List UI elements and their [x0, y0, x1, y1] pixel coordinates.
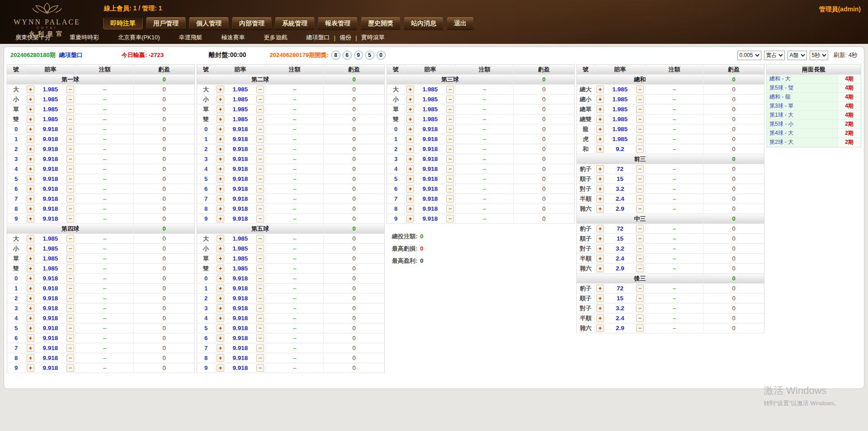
odds-increase-button[interactable]: +: [596, 294, 604, 302]
odds-increase-button[interactable]: +: [27, 145, 34, 153]
dragon-bet-link[interactable]: 第1球 - 大: [767, 111, 837, 119]
odds-decrease-button[interactable]: −: [446, 125, 454, 133]
odds-decrease-button[interactable]: −: [66, 125, 74, 133]
dragon-bet-link[interactable]: 第5球 - 小: [767, 120, 837, 128]
odds-increase-button[interactable]: +: [27, 314, 34, 322]
odds-increase-button[interactable]: +: [596, 85, 604, 93]
odds-decrease-button[interactable]: −: [256, 155, 264, 163]
odds-increase-button[interactable]: +: [596, 314, 604, 322]
odds-increase-button[interactable]: +: [217, 284, 224, 292]
odds-increase-button[interactable]: +: [27, 105, 34, 113]
odds-decrease-button[interactable]: −: [256, 175, 264, 183]
odds-increase-button[interactable]: +: [217, 115, 224, 123]
board-type-link[interactable]: 總項盤口: [59, 51, 83, 59]
game-link-0[interactable]: 廣東快樂十分: [15, 33, 51, 42]
odds-decrease-button[interactable]: −: [66, 185, 74, 193]
odds-increase-button[interactable]: +: [217, 255, 224, 262]
odds-increase-button[interactable]: +: [406, 195, 414, 203]
odds-increase-button[interactable]: +: [27, 344, 34, 352]
odds-decrease-button[interactable]: −: [66, 245, 74, 252]
odds-increase-button[interactable]: +: [596, 95, 604, 103]
odds-increase-button[interactable]: +: [596, 115, 604, 123]
dragon-bet-link[interactable]: 第4球 - 大: [767, 129, 837, 137]
odds-decrease-button[interactable]: −: [256, 165, 264, 173]
odds-decrease-button[interactable]: −: [256, 185, 264, 193]
odds-decrease-button[interactable]: −: [636, 205, 644, 213]
odds-decrease-button[interactable]: −: [636, 135, 644, 143]
odds-increase-button[interactable]: +: [27, 215, 34, 223]
odds-decrease-button[interactable]: −: [66, 135, 74, 143]
odds-increase-button[interactable]: +: [596, 195, 604, 203]
odds-decrease-button[interactable]: −: [256, 95, 264, 103]
board-link-0[interactable]: 總項盤口: [306, 33, 330, 42]
dragon-bet-link[interactable]: 總和 - 大: [767, 75, 837, 83]
odds-decrease-button[interactable]: −: [446, 175, 454, 183]
odds-decrease-button[interactable]: −: [446, 115, 454, 123]
odds-decrease-button[interactable]: −: [256, 314, 264, 322]
odds-decrease-button[interactable]: −: [636, 235, 644, 242]
odds-increase-button[interactable]: +: [27, 235, 34, 242]
odds-decrease-button[interactable]: −: [636, 165, 644, 173]
odds-decrease-button[interactable]: −: [256, 364, 264, 372]
nav-tab-1[interactable]: 用戶管理: [146, 17, 186, 29]
odds-decrease-button[interactable]: −: [66, 215, 74, 223]
odds-decrease-button[interactable]: −: [256, 245, 264, 252]
nav-tab-7[interactable]: 站內消息: [404, 17, 443, 29]
odds-decrease-button[interactable]: −: [636, 304, 644, 312]
odds-increase-button[interactable]: +: [27, 245, 34, 252]
odds-increase-button[interactable]: +: [217, 354, 224, 362]
dragon-bet-link[interactable]: 第5球 - 雙: [767, 84, 837, 92]
odds-decrease-button[interactable]: −: [66, 344, 74, 352]
odds-increase-button[interactable]: +: [596, 324, 604, 332]
odds-increase-button[interactable]: +: [217, 195, 224, 203]
odds-increase-button[interactable]: +: [406, 165, 414, 173]
odds-increase-button[interactable]: +: [406, 135, 414, 143]
odds-decrease-button[interactable]: −: [66, 115, 74, 123]
odds-increase-button[interactable]: +: [27, 165, 34, 173]
odds-increase-button[interactable]: +: [27, 95, 34, 103]
odds-increase-button[interactable]: +: [217, 215, 224, 223]
game-link-4[interactable]: 極速賽車: [221, 33, 245, 42]
odds-decrease-button[interactable]: −: [66, 314, 74, 322]
odds-increase-button[interactable]: +: [596, 145, 604, 153]
odds-increase-button[interactable]: +: [217, 85, 224, 93]
odds-decrease-button[interactable]: −: [256, 304, 264, 312]
game-link-1[interactable]: 重慶時時彩: [70, 33, 99, 42]
odds-decrease-button[interactable]: −: [446, 135, 454, 143]
odds-increase-button[interactable]: +: [217, 275, 224, 282]
odds-increase-button[interactable]: +: [217, 314, 224, 322]
odds-decrease-button[interactable]: −: [636, 145, 644, 153]
nav-tab-8[interactable]: 退出: [447, 17, 474, 29]
odds-increase-button[interactable]: +: [596, 284, 604, 292]
odds-increase-button[interactable]: +: [406, 175, 414, 183]
odds-decrease-button[interactable]: −: [256, 115, 264, 123]
odds-increase-button[interactable]: +: [217, 235, 224, 242]
nav-tab-6[interactable]: 歷史開獎: [361, 17, 401, 29]
odds-increase-button[interactable]: +: [217, 185, 224, 193]
odds-decrease-button[interactable]: −: [256, 265, 264, 272]
odds-increase-button[interactable]: +: [217, 205, 224, 213]
odds-decrease-button[interactable]: −: [66, 294, 74, 302]
odds-decrease-button[interactable]: −: [66, 304, 74, 312]
odds-decrease-button[interactable]: −: [636, 265, 644, 272]
odds-increase-button[interactable]: +: [27, 265, 34, 272]
odds-decrease-button[interactable]: −: [446, 215, 454, 223]
odds-decrease-button[interactable]: −: [446, 155, 454, 163]
game-link-3[interactable]: 幸運飛艇: [179, 33, 202, 42]
odds-increase-button[interactable]: +: [27, 115, 34, 123]
odds-increase-button[interactable]: +: [217, 175, 224, 183]
nav-tab-2[interactable]: 個人管理: [189, 17, 229, 29]
odds-decrease-button[interactable]: −: [256, 105, 264, 113]
odds-increase-button[interactable]: +: [27, 334, 34, 342]
odds-increase-button[interactable]: +: [217, 125, 224, 133]
odds-decrease-button[interactable]: −: [636, 115, 644, 123]
odds-decrease-button[interactable]: −: [636, 225, 644, 232]
odds-increase-button[interactable]: +: [217, 364, 224, 372]
setting-select-3[interactable]: 5秒: [810, 51, 828, 60]
odds-increase-button[interactable]: +: [406, 125, 414, 133]
odds-decrease-button[interactable]: −: [636, 175, 644, 183]
odds-increase-button[interactable]: +: [406, 215, 414, 223]
odds-decrease-button[interactable]: −: [636, 95, 644, 103]
odds-increase-button[interactable]: +: [596, 235, 604, 242]
game-link-5[interactable]: 更多遊戲: [264, 33, 287, 42]
